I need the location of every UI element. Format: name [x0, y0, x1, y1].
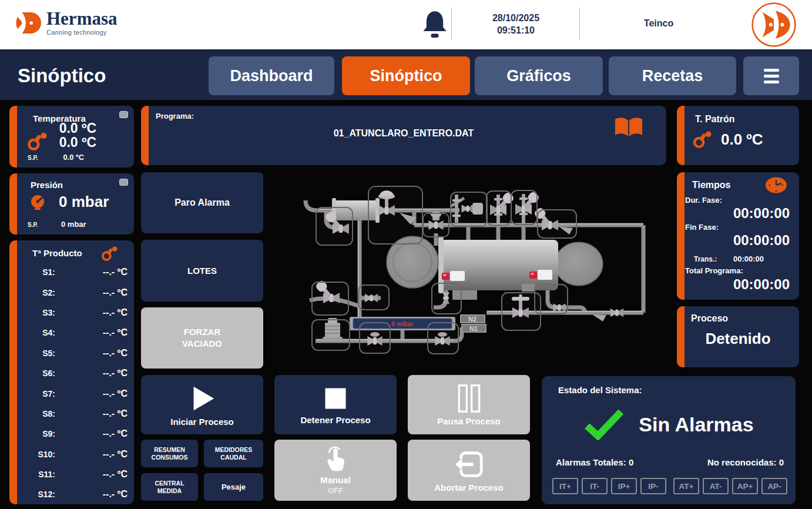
temperatura-panel: Temperatura 0.0 ºC 0.0 ºC S.P. 0.0 ºC: [9, 106, 134, 168]
forzar-vaciado-button[interactable]: FORZAR VACIADO: [141, 307, 263, 369]
setpoint-label: S.P.: [28, 222, 38, 228]
valve-box[interactable]: [360, 323, 390, 353]
central-medida-button[interactable]: CENTRALMEDIDA: [141, 473, 198, 501]
temperatura-value-1: 0.0 ºC: [59, 121, 96, 135]
tab-dashboard[interactable]: Dashboard: [209, 56, 334, 95]
alarm-button-it-plus[interactable]: IT+: [552, 478, 578, 494]
setpoint-value: 0.0 ºC: [63, 153, 84, 162]
touch-icon: [322, 446, 349, 473]
detener-proceso-button[interactable]: Detener Proceso: [274, 375, 397, 434]
iniciar-proceso-button[interactable]: Iniciar Proceso: [141, 375, 263, 434]
time: 09:51:10: [452, 24, 579, 36]
sensor-row: S12:--.- ºC: [9, 484, 134, 504]
tab-sinoptico[interactable]: Sinóptico: [342, 56, 470, 95]
tiempos-panel: Tiempos Dur. Fase: 00:00:00 Fin Fase: 00…: [677, 172, 799, 300]
sensor-row: S7:--.- ºC: [9, 383, 134, 403]
alarm-bell-icon[interactable]: [421, 9, 449, 39]
datetime: 28/10/2025 09:51:10: [452, 12, 579, 36]
valve-box[interactable]: [511, 190, 537, 225]
alarm-button-ip-plus[interactable]: IP+: [611, 478, 637, 494]
setpoint-label: S.P.: [28, 155, 38, 161]
temperatura-values: 0.0 ºC 0.0 ºC: [59, 121, 96, 149]
brand-tagline: Canning technology: [46, 29, 118, 36]
check-icon: [583, 408, 625, 440]
status-indicator[interactable]: [119, 111, 128, 118]
username: Teinco: [579, 18, 738, 29]
valve-box[interactable]: [358, 285, 389, 310]
thermometer-icon: [99, 246, 120, 261]
sensor-row: S6:--.- ºC: [9, 363, 134, 383]
abort-exit-icon: [453, 448, 485, 480]
temperatura-value-2: 0.0 ºC: [59, 135, 96, 149]
tab-recetas[interactable]: Recetas: [609, 56, 736, 95]
valve-box[interactable]: [486, 191, 511, 225]
abortar-proceso-button[interactable]: Abortar Proceso: [408, 440, 530, 501]
pausa-proceso-button[interactable]: Pausa Proceso: [408, 375, 530, 434]
brand-name: Hermasa: [46, 9, 118, 28]
tiempos-title: Tiempos: [692, 180, 731, 190]
dur-fase-label: Dur. Fase:: [685, 196, 722, 205]
lotes-button[interactable]: LOTES: [141, 240, 263, 302]
autoclave-tank: [441, 240, 558, 290]
company-logo: [751, 2, 797, 48]
valve-box[interactable]: [432, 283, 461, 314]
pesaje-button[interactable]: Pesaje: [204, 473, 263, 501]
menu-button[interactable]: [743, 56, 799, 95]
status-indicator[interactable]: [119, 179, 128, 186]
alarm-button-ap-minus[interactable]: AP-: [761, 478, 787, 494]
brand: Hermasa Canning technology: [15, 9, 118, 36]
setpoint-value: 0 mbar: [61, 220, 86, 229]
proceso-value: Detenido: [677, 330, 799, 348]
medidores-caudal-button[interactable]: MEDIDORESCAUDAL: [204, 440, 263, 467]
proceso-panel: Proceso Detenido: [677, 306, 799, 367]
sensor-list: S1:--.- ºC S2:--.- ºC S3:--.- ºC S4:--.-…: [9, 262, 134, 505]
estado-sistema-panel: Estado del Sistema: Sin Alarmas Alarmas …: [542, 376, 796, 504]
svg-text:N2: N2: [468, 316, 477, 323]
navbar: Sinóptico Dashboard Sinóptico Gráficos R…: [0, 49, 812, 100]
presion-title: Presión: [31, 180, 63, 190]
trans-value: 00:00:00: [733, 254, 764, 263]
alarm-buttons-right: AT+ AT- AP+ AP-: [673, 478, 787, 494]
alarm-button-at-minus[interactable]: AT-: [703, 478, 729, 494]
alarmas-totales: Alarmas Totales: 0: [556, 457, 633, 467]
t-producto-panel: Tª Producto S1:--.- ºC S2:--.- ºC S3:--.…: [9, 240, 134, 504]
alarm-button-at-plus[interactable]: AT+: [673, 478, 699, 494]
manual-button[interactable]: Manual OFF: [274, 440, 397, 501]
presion-value: 0 mbar: [59, 193, 109, 211]
alarm-button-ap-plus[interactable]: AP+: [732, 478, 758, 494]
valve-box[interactable]: [428, 323, 458, 354]
recipe-book-icon[interactable]: [614, 115, 643, 139]
play-icon: [186, 383, 218, 414]
clock-icon: [765, 177, 787, 193]
paro-alarma-button[interactable]: Paro Alarma: [141, 172, 263, 233]
valve-box[interactable]: [312, 320, 350, 350]
valve-box[interactable]: [423, 213, 449, 237]
thermometer-icon: [692, 130, 712, 148]
resumen-consumos-button[interactable]: RESUMENCONSUMOS: [141, 440, 198, 467]
n2-label: N2: [460, 314, 485, 323]
page-title: Sinóptico: [18, 51, 106, 101]
valve-box[interactable]: [312, 282, 348, 315]
t-patron-value: 0.0 ºC: [721, 130, 763, 149]
fin-fase-value: 00:00:00: [733, 232, 790, 249]
presion-panel: Presión 0 mbar S.P. 0 mbar: [9, 173, 134, 235]
pause-icon: [452, 383, 485, 414]
programa-value: 01_ATUNCLARO_ENTERO.DAT: [141, 128, 666, 139]
valve-box[interactable]: [538, 210, 576, 238]
t-patron-title: T. Patrón: [695, 114, 735, 125]
t-producto-title: Tª Producto: [32, 248, 82, 258]
sensor-row: S3:--.- ºC: [9, 303, 134, 323]
valve-box[interactable]: [451, 192, 487, 226]
sensor-row: S4:--.- ºC: [9, 323, 134, 343]
valve-box[interactable]: [368, 186, 422, 244]
valve-box[interactable]: [316, 207, 353, 245]
alarm-button-it-minus[interactable]: IT-: [582, 478, 608, 494]
total-programa-value: 00:00:00: [733, 276, 790, 293]
valve-box[interactable]: [535, 284, 568, 314]
pressure-gauge-icon: [29, 194, 46, 210]
total-programa-label: Total Programa:: [685, 266, 743, 275]
tab-graficos[interactable]: Gráficos: [475, 56, 603, 95]
sensor-row: S9:--.- ºC: [9, 424, 134, 444]
alarm-button-ip-minus[interactable]: IP-: [640, 478, 666, 494]
thermometer-icon: [27, 130, 47, 152]
